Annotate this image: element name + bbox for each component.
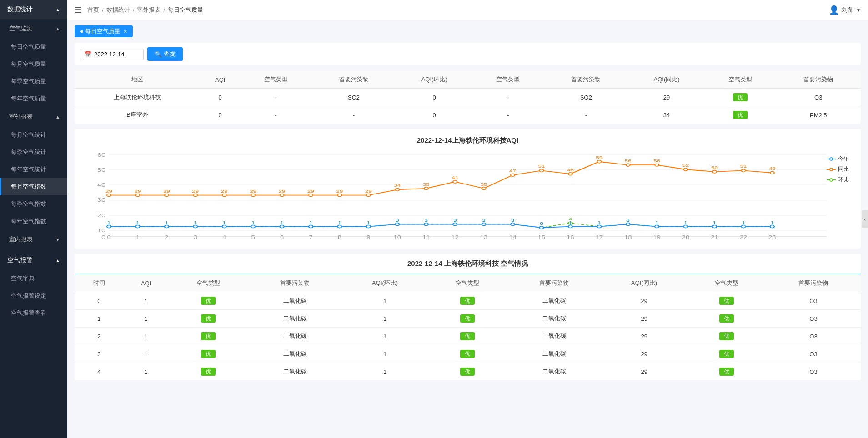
chart-legend: 今年 同比 环比 xyxy=(827,155,849,184)
breadcrumb-data-stats[interactable]: 数据统计 xyxy=(106,6,130,14)
detail-cell-pollutant: 二氧化碳 xyxy=(248,292,342,310)
svg-text:5: 5 xyxy=(251,235,255,240)
sidebar-item-indoor-report[interactable]: 室内报表 ▼ xyxy=(0,230,67,249)
svg-text:41: 41 xyxy=(452,175,458,179)
detail-cell-aqi: 1 xyxy=(124,292,169,310)
date-input[interactable] xyxy=(94,51,140,58)
breadcrumb-outdoor-report[interactable]: 室外报表 xyxy=(137,6,161,14)
menu-icon[interactable]: ☰ xyxy=(75,5,82,15)
sidebar-item-monthly-air-index[interactable]: 每月空气指数 xyxy=(0,178,67,195)
chart-container: 60 50 40 30 20 10 0 11111111113333304131… xyxy=(82,150,853,241)
svg-text:1: 1 xyxy=(165,220,168,224)
detail-cell-air-type: 优 xyxy=(168,310,248,328)
detail-col-air-type3: 空气类型 xyxy=(687,274,766,292)
detail-cell-pollutant2: 二氧化碳 xyxy=(507,328,602,345)
detail-cell-air-type: 优 xyxy=(168,363,248,381)
svg-text:29: 29 xyxy=(307,189,314,193)
svg-text:19: 19 xyxy=(653,235,661,240)
sidebar-air-monitor-label: 空气监测 xyxy=(9,25,33,33)
right-collapse-handle[interactable]: ‹ xyxy=(862,210,868,228)
svg-point-156 xyxy=(770,171,774,174)
detail-cell-pollutant: 二氧化碳 xyxy=(248,328,342,345)
cell-aqi-ring: 0 xyxy=(396,106,472,124)
svg-text:0: 0 xyxy=(107,235,110,240)
legend-ring: 环比 xyxy=(827,176,849,184)
svg-text:29: 29 xyxy=(336,189,343,193)
svg-text:8: 8 xyxy=(338,235,341,240)
detail-cell-aqi: 1 xyxy=(124,363,169,381)
sidebar-item-yearly-air-stats[interactable]: 每年空气统计 xyxy=(0,161,67,178)
svg-text:1: 1 xyxy=(194,220,197,224)
svg-point-70 xyxy=(222,225,226,228)
legend-yoy: 同比 xyxy=(827,165,849,173)
svg-point-66 xyxy=(165,225,169,228)
detail-table-row: 0 1 优 二氧化碳 1 优 二氧化碳 29 优 O3 xyxy=(75,292,861,310)
cell-air-type3: 优 xyxy=(705,89,776,106)
svg-text:29: 29 xyxy=(163,189,170,193)
svg-text:14: 14 xyxy=(509,235,517,240)
sidebar-item-daily-air-quality[interactable]: 每日空气质量 xyxy=(0,38,67,55)
svg-text:1: 1 xyxy=(136,220,139,224)
sidebar-item-seasonal-air-quality[interactable]: 每季空气质量 xyxy=(0,73,67,90)
svg-point-122 xyxy=(280,194,284,197)
sidebar-item-yearly-air-index[interactable]: 每年空气指数 xyxy=(0,213,67,230)
search-icon: 🔍 xyxy=(155,51,162,58)
sidebar-section-air-alarm[interactable]: 空气报警 ▲ xyxy=(0,251,67,270)
sidebar-section-data-statistics[interactable]: 数据统计 ▲ xyxy=(0,0,67,19)
detail-table-row: 3 1 优 二氧化碳 1 优 二氧化碳 29 优 O3 xyxy=(75,345,861,363)
svg-text:60: 60 xyxy=(97,152,105,158)
tab-close-icon[interactable]: ✕ xyxy=(123,29,127,35)
svg-text:29: 29 xyxy=(221,189,228,193)
search-button[interactable]: 🔍 查拢 xyxy=(147,47,183,61)
tab-daily-air-quality[interactable]: ● 每日空气质量 ✕ xyxy=(75,25,133,37)
summary-table: 地区 AQI 空气类型 首要污染物 AQI(环比) 空气类型 首要污染物 AQI… xyxy=(75,71,861,124)
chevron-up-icon2: ▲ xyxy=(55,26,60,31)
legend-ring-label: 环比 xyxy=(838,176,849,184)
sidebar-item-air-monitor[interactable]: 空气监测 ▲ xyxy=(0,19,67,38)
sidebar-item-alarm-view[interactable]: 空气报警查看 xyxy=(0,304,67,322)
detail-cell-air-type2: 优 xyxy=(427,363,507,381)
svg-text:29: 29 xyxy=(365,189,372,193)
svg-text:35: 35 xyxy=(481,182,487,186)
svg-text:29: 29 xyxy=(135,189,141,193)
user-info[interactable]: 👤 刘备 ▼ xyxy=(829,5,861,15)
sidebar-item-monthly-air-quality[interactable]: 每月空气质量 xyxy=(0,55,67,73)
svg-text:48: 48 xyxy=(567,168,574,172)
sidebar-item-air-dictionary[interactable]: 空气字典 xyxy=(0,270,67,287)
svg-point-130 xyxy=(395,188,399,191)
svg-text:15: 15 xyxy=(538,235,546,240)
sidebar-item-monthly-air-stats[interactable]: 每月空气统计 xyxy=(0,126,67,144)
sidebar-item-alarm-settings[interactable]: 空气报警设定 xyxy=(0,287,67,304)
detail-cell-aqi-yoy: 29 xyxy=(602,363,687,381)
sidebar-item-seasonal-air-index[interactable]: 每季空气指数 xyxy=(0,195,67,213)
svg-text:4: 4 xyxy=(222,235,226,240)
detail-cell-pollutant2: 二氧化碳 xyxy=(507,363,602,381)
sidebar-item-seasonal-air-stats[interactable]: 每季空气统计 xyxy=(0,144,67,161)
svg-text:56: 56 xyxy=(653,159,660,163)
chevron-down-icon: ▼ xyxy=(856,8,861,13)
sidebar-item-yearly-air-quality[interactable]: 每年空气质量 xyxy=(0,90,67,107)
detail-cell-pollutant: 二氧化碳 xyxy=(248,310,342,328)
sidebar-item-outdoor-report[interactable]: 室外报表 ▲ xyxy=(0,107,67,126)
breadcrumb-home[interactable]: 首页 xyxy=(87,6,99,14)
detail-table-row: 2 1 优 二氧化碳 1 优 二氧化碳 29 优 O3 xyxy=(75,328,861,345)
cell-area: B座室外 xyxy=(75,106,200,124)
aqi-chart-svg: 60 50 40 30 20 10 0 11111111113333304131… xyxy=(82,150,853,241)
chevron-up-icon4: ▲ xyxy=(55,258,60,263)
detail-table-row: 1 1 优 二氧化碳 1 优 二氧化碳 29 优 O3 xyxy=(75,310,861,328)
detail-cell-air-type3: 优 xyxy=(687,292,766,310)
detail-cell-time: 4 xyxy=(75,363,124,381)
breadcrumb: 首页 / 数据统计 / 室外报表 / 每日空气质量 xyxy=(87,6,203,14)
svg-text:3: 3 xyxy=(627,218,630,222)
svg-text:29: 29 xyxy=(105,189,112,193)
detail-cell-air-type3: 优 xyxy=(687,310,766,328)
cell-pollutant: - xyxy=(311,106,396,124)
svg-point-185 xyxy=(830,168,833,171)
chevron-up-icon: ▲ xyxy=(55,7,60,12)
detail-cell-pollutant2: 二氧化碳 xyxy=(507,310,602,328)
detail-cell-time: 1 xyxy=(75,310,124,328)
svg-text:1: 1 xyxy=(251,220,255,224)
svg-text:1: 1 xyxy=(367,220,370,224)
detail-col-aqi-ring: AQI(环比) xyxy=(342,274,428,292)
content-area: ● 每日空气质量 ✕ 📅 🔍 查拢 地区 AQI 空气 xyxy=(67,20,868,438)
